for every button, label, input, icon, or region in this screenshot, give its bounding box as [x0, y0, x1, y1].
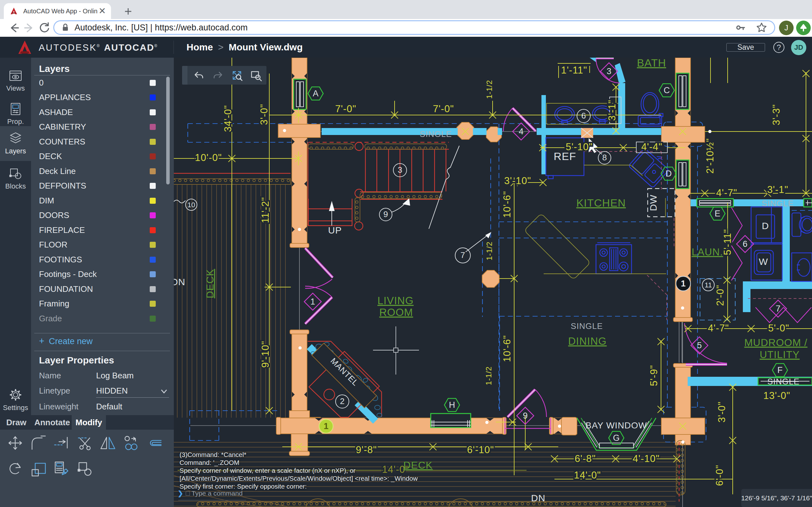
undo-icon[interactable] — [189, 66, 208, 84]
help-button[interactable]: ? — [773, 42, 784, 53]
match-properties-icon[interactable] — [53, 460, 70, 478]
layer-color-swatch[interactable] — [150, 301, 156, 307]
canvas-text: 6'-8" — [575, 453, 596, 464]
svg-text:7: 7 — [461, 250, 465, 260]
layer-color-swatch[interactable] — [150, 168, 156, 174]
zoom-window-icon[interactable] — [247, 66, 265, 84]
layer-name: FOOTINGS — [39, 255, 82, 265]
password-key-icon[interactable] — [734, 21, 746, 34]
canvas-text: 14'-0" — [574, 469, 601, 481]
note-tag-8: 8 — [598, 152, 611, 164]
breadcrumb-file: Mount View.dwg — [229, 42, 303, 52]
lock-icon — [61, 23, 70, 32]
layer-color-swatch[interactable] — [150, 242, 156, 248]
toolbar-grip[interactable] — [182, 66, 188, 84]
layer-color-swatch[interactable] — [150, 109, 156, 115]
chevron-down-icon[interactable] — [160, 387, 168, 395]
canvas-text: 3'-1" — [606, 100, 618, 121]
svg-text:3: 3 — [398, 165, 402, 175]
tab-close-icon[interactable]: ✕ — [99, 7, 106, 15]
redo-icon[interactable] — [208, 66, 227, 84]
layer-row[interactable]: FOUNDATION — [39, 282, 166, 296]
canvas-text: UTILITY — [760, 349, 800, 360]
layer-row[interactable]: FLOOR — [39, 238, 166, 252]
canvas-text: 1-1/2 — [485, 241, 494, 261]
linetype-underline — [96, 397, 169, 398]
tab-draw[interactable]: Draw — [0, 415, 33, 430]
breadcrumb-home[interactable]: Home — [187, 42, 213, 52]
layer-color-swatch[interactable] — [150, 271, 156, 277]
forward-icon[interactable] — [22, 21, 36, 35]
canvas-text: 10'-6" — [502, 191, 513, 218]
window-tag-F: F — [772, 363, 788, 377]
save-button[interactable]: Save — [726, 43, 765, 52]
trim-icon[interactable] — [76, 434, 94, 452]
layer-row[interactable]: APPLIANCES — [39, 90, 166, 105]
layer-row[interactable]: FIREPLACE — [39, 223, 166, 237]
layer-color-swatch[interactable] — [150, 212, 156, 218]
panel-scrollbar[interactable] — [166, 77, 170, 184]
url-omnibox[interactable]: Autodesk, Inc. [US] | https://web.autoca… — [53, 20, 775, 35]
browser-profile-avatar[interactable]: J — [779, 20, 794, 35]
rail-item-blocks[interactable]: Blocks — [0, 162, 31, 195]
layer-row[interactable]: Footings - Deck — [39, 267, 166, 282]
layer-row[interactable]: 0 — [39, 75, 166, 90]
canvas-text: 9'-10" — [260, 341, 271, 368]
extend-icon[interactable] — [53, 434, 70, 452]
tab-annotate[interactable]: Annotate — [33, 415, 72, 430]
note-tag-2: 2 — [336, 395, 349, 408]
layer-color-swatch[interactable] — [150, 198, 156, 204]
layer-color-swatch[interactable] — [150, 316, 156, 322]
rail-item-views[interactable]: Views — [0, 65, 31, 98]
layer-color-swatch[interactable] — [150, 95, 156, 101]
rail-item-layers[interactable]: Layers — [0, 126, 31, 161]
browser-update-icon[interactable] — [796, 20, 811, 35]
new-tab-button[interactable] — [122, 6, 134, 17]
mirror-icon[interactable] — [99, 434, 117, 452]
layer-color-swatch[interactable] — [150, 80, 156, 86]
svg-text:1: 1 — [681, 279, 686, 288]
bookmark-star-icon[interactable] — [755, 21, 768, 34]
layer-color-swatch[interactable] — [150, 227, 156, 233]
layer-color-swatch[interactable] — [150, 124, 156, 130]
rotate-icon[interactable] — [6, 460, 24, 478]
layer-row[interactable]: Deck Line — [39, 164, 166, 178]
layer-row[interactable]: Grade — [39, 311, 166, 326]
layer-color-swatch[interactable] — [150, 183, 156, 189]
move-icon[interactable] — [6, 434, 24, 452]
copy-icon[interactable] — [122, 434, 140, 452]
reload-icon[interactable] — [38, 21, 51, 35]
layer-row[interactable]: DEFPOINTS — [39, 179, 166, 193]
create-new-layer-button[interactable]: +Create new — [39, 336, 93, 346]
layer-row[interactable]: Framing — [39, 297, 166, 311]
layer-color-swatch[interactable] — [150, 257, 156, 263]
rail-item-properties[interactable]: Prop. — [0, 98, 31, 130]
back-icon[interactable] — [7, 21, 21, 35]
svg-text:2: 2 — [340, 396, 345, 406]
layer-row[interactable]: FOOTINGS — [39, 252, 166, 267]
rail-item-settings[interactable]: Settings — [0, 383, 31, 416]
layer-row[interactable]: COUNTERS — [39, 134, 166, 149]
explode-icon[interactable] — [76, 460, 94, 478]
svg-text:8: 8 — [602, 153, 607, 162]
scale-icon[interactable] — [30, 460, 47, 478]
layer-color-swatch[interactable] — [150, 139, 156, 145]
svg-text:10: 10 — [188, 201, 195, 209]
canvas-text: 6'-0" — [714, 465, 725, 486]
layer-row[interactable]: ASHADE — [39, 105, 166, 119]
tab-modify[interactable]: Modify — [72, 415, 106, 430]
offset-icon[interactable] — [145, 434, 163, 452]
layer-color-swatch[interactable] — [150, 286, 156, 292]
layer-row[interactable]: DIM — [39, 193, 166, 208]
layer-row[interactable]: DECK — [39, 149, 166, 164]
layer-color-swatch[interactable] — [150, 153, 156, 159]
user-avatar[interactable]: JD — [791, 40, 806, 55]
command-input[interactable]: ❯□ Type a command — [177, 490, 243, 497]
layer-row[interactable]: DOORS — [39, 208, 166, 223]
property-row-linetype[interactable]: LinetypeHIDDEN — [39, 386, 166, 396]
browser-tab[interactable]: AutoCAD Web App - Online CA ✕ — [4, 3, 111, 19]
drawing-canvas[interactable]: .ow { fill:#f2b27d; stroke:#bf8038; stro… — [174, 58, 812, 507]
layer-row[interactable]: CABINETRY — [39, 120, 166, 134]
zoom-extents-icon[interactable] — [227, 66, 247, 84]
fillet-icon[interactable] — [30, 434, 47, 452]
